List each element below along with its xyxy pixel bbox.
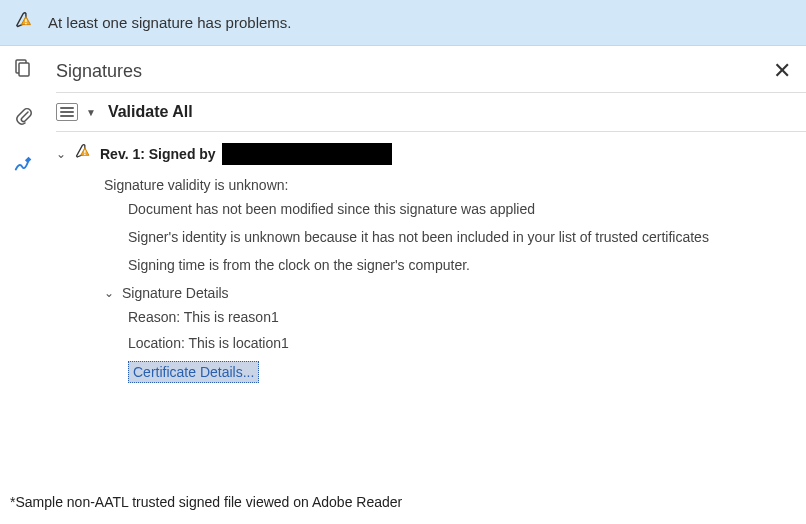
divider	[56, 131, 806, 132]
image-caption: *Sample non-AATL trusted signed file vie…	[10, 494, 402, 510]
panel-title: Signatures	[56, 61, 142, 82]
status-line: Document has not been modified since thi…	[128, 201, 806, 217]
validity-heading: Signature validity is unknown:	[104, 177, 806, 193]
signature-warning-icon	[74, 142, 94, 165]
svg-rect-1	[25, 23, 26, 24]
status-line: Signing time is from the clock on the si…	[128, 257, 806, 273]
signature-warning-icon	[14, 10, 36, 35]
signature-details-body: Reason: This is reason1 Location: This i…	[128, 309, 806, 383]
panel-header: Signatures ✕	[56, 58, 806, 84]
signature-body: Signature validity is unknown: Document …	[104, 177, 806, 383]
close-panel-button[interactable]: ✕	[770, 58, 794, 84]
detail-reason: Reason: This is reason1	[128, 309, 806, 325]
signature-entry: ⌄ Rev. 1: Signed by Signature validity i…	[56, 142, 806, 383]
attachments-icon[interactable]	[12, 104, 36, 128]
chevron-down-icon[interactable]: ⌄	[104, 286, 116, 300]
certificate-details-link[interactable]: Certificate Details...	[128, 361, 259, 383]
chevron-down-icon[interactable]: ⌄	[56, 147, 68, 161]
validate-row: ▼ Validate All	[56, 103, 806, 121]
divider	[56, 92, 806, 93]
signer-name-redacted	[222, 143, 392, 165]
left-nav-rail	[0, 46, 48, 480]
thumbnails-icon[interactable]	[12, 56, 36, 80]
details-heading: Signature Details	[122, 285, 229, 301]
status-line: Signer's identity is unknown because it …	[128, 229, 806, 245]
svg-rect-5	[84, 154, 85, 155]
signatures-panel-icon[interactable]	[12, 152, 36, 176]
banner-text: At least one signature has problems.	[48, 14, 291, 31]
svg-rect-3	[19, 63, 29, 76]
detail-location: Location: This is location1	[128, 335, 806, 351]
signature-details-header[interactable]: ⌄ Signature Details	[104, 285, 806, 301]
svg-rect-0	[25, 19, 26, 22]
validity-details: Document has not been modified since thi…	[128, 201, 806, 273]
signature-rev-label: Rev. 1: Signed by	[100, 146, 216, 162]
main-area: Signatures ✕ ▼ Validate All ⌄	[0, 46, 806, 480]
signature-status-banner: At least one signature has problems.	[0, 0, 806, 46]
validate-all-button[interactable]: Validate All	[108, 103, 193, 121]
options-icon[interactable]	[56, 103, 78, 121]
signatures-panel: Signatures ✕ ▼ Validate All ⌄	[48, 46, 806, 480]
signature-header-row[interactable]: ⌄ Rev. 1: Signed by	[56, 142, 806, 165]
options-dropdown-icon[interactable]: ▼	[86, 107, 96, 118]
svg-rect-4	[84, 150, 85, 153]
